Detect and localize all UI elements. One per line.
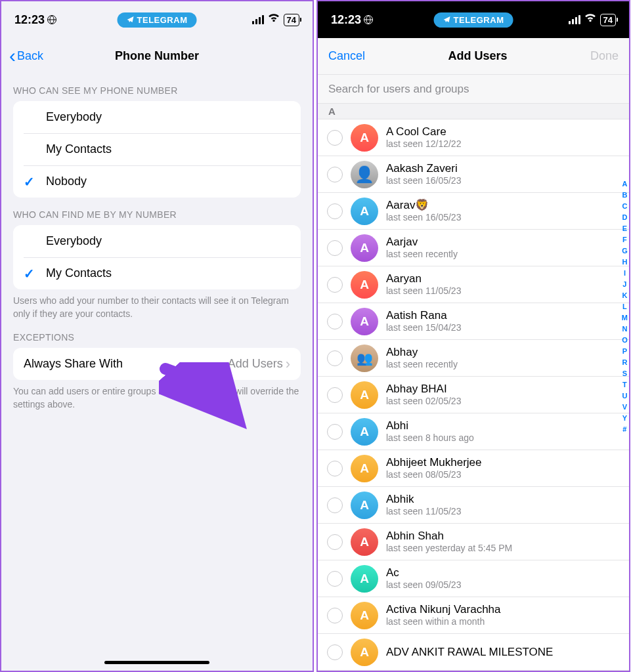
index-letter[interactable]: B <box>622 190 627 200</box>
contact-row[interactable]: A Aarav🦁 last seen 16/05/23 <box>318 193 629 230</box>
index-letter[interactable]: L <box>622 301 627 312</box>
contact-info: Ac last seen 09/05/23 <box>386 566 620 591</box>
modal-nav: Cancel Add Users Done <box>318 38 629 75</box>
index-letter[interactable]: T <box>622 379 627 390</box>
radio-circle[interactable] <box>327 240 343 256</box>
contacts-list[interactable]: A A Cool Care last seen 12/12/22 Aakash … <box>318 119 629 671</box>
contact-row[interactable]: A Abhik last seen 11/05/23 <box>318 487 629 524</box>
radio-circle[interactable] <box>327 350 343 366</box>
chevron-left-icon: ‹ <box>9 46 16 66</box>
contact-row[interactable]: A Ac last seen 09/05/23 <box>318 560 629 597</box>
contact-row[interactable]: A Aaryan last seen 11/05/23 <box>318 266 629 303</box>
contact-row[interactable]: A Abhay BHAI last seen 02/05/23 <box>318 377 629 413</box>
add-users-modal: Cancel Add Users Done Search for users a… <box>318 38 629 671</box>
avatar: A <box>351 602 378 629</box>
contact-name: Aarav🦁 <box>386 198 620 212</box>
radio-circle[interactable] <box>327 534 343 550</box>
telegram-pill[interactable]: TELEGRAM <box>434 12 513 28</box>
index-letter[interactable]: R <box>622 357 627 368</box>
contact-name: Activa Nikunj Varachha <box>386 602 620 616</box>
contact-name: A Cool Care <box>386 125 620 138</box>
option-find-contacts[interactable]: ✓ My Contacts <box>13 257 301 289</box>
search-input[interactable]: Search for users and groups <box>318 75 629 104</box>
radio-circle[interactable] <box>327 277 343 293</box>
index-letter[interactable]: P <box>622 346 627 356</box>
status-time: 12:23 <box>331 13 373 27</box>
contact-status: last seen 15/04/23 <box>386 322 620 334</box>
index-letter[interactable]: M <box>622 312 628 323</box>
contact-name: Abhik <box>386 492 620 506</box>
contact-status: last seen 11/05/23 <box>386 506 620 518</box>
avatar: A <box>351 198 378 225</box>
contact-row[interactable]: Abhay last seen recently <box>318 340 629 377</box>
check-icon: ✓ <box>24 266 46 282</box>
contact-row[interactable]: A Abhi last seen 8 hours ago <box>318 413 629 450</box>
contact-name: Abhin Shah <box>386 529 620 543</box>
contact-info: Abhay BHAI last seen 02/05/23 <box>386 382 620 408</box>
radio-circle[interactable] <box>327 461 343 476</box>
radio-circle[interactable] <box>327 608 343 623</box>
chevron-right-icon: › <box>286 356 290 373</box>
alpha-index[interactable]: ABCDEFGHIJKLMNOPRSTUVY# <box>622 178 628 434</box>
always-share-with-row[interactable]: Always Share With Add Users › <box>13 348 301 380</box>
radio-circle[interactable] <box>327 387 343 403</box>
index-letter[interactable]: J <box>622 279 626 289</box>
status-right: 74 <box>569 14 616 26</box>
contact-info: Aatish Rana last seen 15/04/23 <box>386 308 620 334</box>
avatar <box>351 161 378 188</box>
contact-row[interactable]: A Aarjav last seen recently <box>318 230 629 266</box>
index-letter[interactable]: E <box>622 223 627 234</box>
radio-circle[interactable] <box>327 130 343 146</box>
option-find-everybody[interactable]: Everybody <box>13 225 301 257</box>
cancel-button[interactable]: Cancel <box>328 49 365 63</box>
done-button[interactable]: Done <box>590 49 619 63</box>
radio-circle[interactable] <box>327 314 343 329</box>
contact-info: Aakash Zaveri last seen 16/05/23 <box>386 161 620 187</box>
index-letter[interactable]: N <box>622 324 627 334</box>
phone-right-add-users: 12:23 TELEGRAM 74 Cancel Add Users Done … <box>316 0 630 672</box>
section-header-visibility: WHO CAN SEE MY PHONE NUMBER <box>1 74 313 101</box>
exceptions-footer: You can add users or entire groups as ex… <box>1 380 313 411</box>
home-indicator[interactable] <box>104 661 209 664</box>
index-letter[interactable]: C <box>622 201 627 211</box>
radio-circle[interactable] <box>327 203 343 219</box>
index-letter[interactable]: Y <box>622 413 627 423</box>
index-letter[interactable]: D <box>622 212 627 222</box>
status-bar: 12:23 TELEGRAM 74 <box>1 1 313 38</box>
index-letter[interactable]: # <box>622 424 626 434</box>
index-letter[interactable]: G <box>622 245 628 256</box>
contact-row[interactable]: A ADV ANKIT RAWAL MILESTONE <box>318 634 629 671</box>
telegram-pill[interactable]: TELEGRAM <box>118 12 197 28</box>
index-letter[interactable]: U <box>622 390 627 401</box>
contact-status: last seen 11/05/23 <box>386 285 620 297</box>
back-button[interactable]: ‹ Back <box>9 46 43 66</box>
section-header-find: WHO CAN FIND ME BY MY NUMBER <box>1 198 313 225</box>
index-letter[interactable]: V <box>622 402 627 412</box>
find-footer: Users who add your number to their conta… <box>1 289 313 320</box>
radio-circle[interactable] <box>327 497 343 513</box>
index-letter[interactable]: A <box>622 178 627 189</box>
radio-circle[interactable] <box>327 571 343 587</box>
index-letter[interactable]: K <box>622 290 627 301</box>
option-my-contacts[interactable]: My Contacts <box>13 133 301 165</box>
contact-row[interactable]: A Abhin Shah last seen yesterday at 5:45… <box>318 524 629 560</box>
contact-name: Aatish Rana <box>386 308 620 322</box>
contact-row[interactable]: A A Cool Care last seen 12/12/22 <box>318 119 629 156</box>
option-nobody[interactable]: ✓ Nobody <box>13 165 301 198</box>
contact-row[interactable]: A Activa Nikunj Varachha last seen withi… <box>318 597 629 634</box>
avatar: A <box>351 639 378 666</box>
contact-status: last seen 8 hours ago <box>386 432 620 444</box>
radio-circle[interactable] <box>327 167 343 182</box>
contact-row[interactable]: A Aatish Rana last seen 15/04/23 <box>318 303 629 340</box>
globe-icon <box>364 15 373 24</box>
contact-row[interactable]: A Abhijeet Mukherjee last seen 08/05/23 <box>318 450 629 487</box>
index-letter[interactable]: I <box>624 268 626 278</box>
index-letter[interactable]: F <box>622 234 627 245</box>
index-letter[interactable]: S <box>622 368 627 379</box>
radio-circle[interactable] <box>327 424 343 440</box>
option-everybody[interactable]: Everybody <box>13 101 301 133</box>
index-letter[interactable]: H <box>622 257 627 267</box>
index-letter[interactable]: O <box>622 335 628 345</box>
contact-row[interactable]: Aakash Zaveri last seen 16/05/23 <box>318 156 629 193</box>
radio-circle[interactable] <box>327 644 343 660</box>
